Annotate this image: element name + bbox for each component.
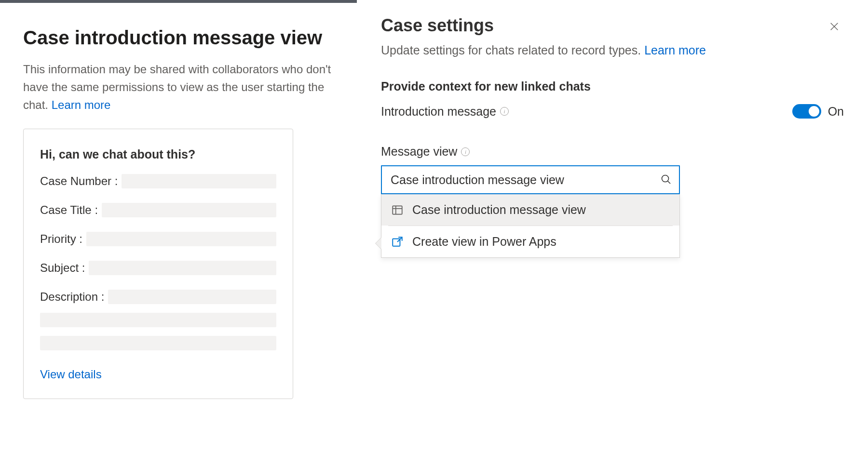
field-row-case-title: Case Title :	[40, 203, 276, 217]
info-icon[interactable]: i	[500, 107, 509, 116]
placeholder-bar	[86, 232, 276, 246]
message-view-dropdown: Case introduction message view Create vi…	[381, 194, 680, 258]
section-heading: Provide context for new linked chats	[381, 80, 844, 93]
dropdown-option-label: Case introduction message view	[412, 203, 586, 217]
settings-learn-more-link[interactable]: Learn more	[644, 43, 706, 57]
view-details-link[interactable]: View details	[40, 368, 102, 381]
preview-title: Case introduction message view	[23, 27, 334, 49]
settings-description-text: Update settings for chats related to rec…	[381, 43, 644, 57]
field-label: Subject :	[40, 261, 85, 275]
search-icon	[660, 173, 672, 187]
placeholder-bar	[122, 174, 276, 188]
field-label: Description :	[40, 290, 104, 304]
settings-title: Case settings	[381, 15, 844, 36]
message-view-label: Message view i	[381, 145, 844, 159]
callout-pointer	[376, 238, 381, 249]
introduction-message-label: Introduction message i	[381, 105, 509, 119]
learn-more-link[interactable]: Learn more	[52, 98, 111, 111]
settings-description: Update settings for chats related to rec…	[381, 43, 844, 57]
field-label: Case Number :	[40, 174, 118, 188]
preview-description: This information may be shared with coll…	[23, 60, 334, 114]
open-external-icon	[391, 236, 404, 248]
dropdown-option-case-intro-view[interactable]: Case introduction message view	[381, 194, 679, 226]
field-row-subject: Subject :	[40, 261, 276, 275]
placeholder-bar	[89, 261, 276, 275]
svg-line-3	[668, 181, 671, 184]
placeholder-bar	[40, 313, 276, 327]
close-button[interactable]	[825, 17, 844, 37]
field-label: Case Title :	[40, 203, 98, 217]
preview-card: Hi, can we chat about this? Case Number …	[23, 129, 293, 399]
introduction-toggle[interactable]	[792, 104, 821, 119]
svg-point-2	[662, 175, 669, 182]
view-details-row: View details	[40, 368, 276, 381]
message-view-search-button[interactable]	[659, 173, 673, 187]
placeholder-bar	[40, 336, 276, 350]
preview-panel: Case introduction message view This info…	[0, 0, 357, 453]
toggle-knob	[809, 106, 819, 117]
message-view-combobox: Case introduction message view Create vi…	[381, 165, 680, 194]
preview-card-heading: Hi, can we chat about this?	[40, 147, 276, 161]
field-row-priority: Priority :	[40, 232, 276, 246]
introduction-toggle-wrap: On	[792, 104, 844, 119]
dropdown-option-create-view[interactable]: Create view in Power Apps	[381, 226, 679, 257]
info-icon[interactable]: i	[461, 147, 470, 156]
svg-rect-4	[393, 206, 402, 214]
placeholder-bar	[108, 290, 276, 304]
placeholder-bar	[102, 203, 276, 217]
close-icon	[829, 21, 840, 33]
introduction-message-label-text: Introduction message	[381, 105, 496, 119]
introduction-message-row: Introduction message i On	[381, 104, 844, 119]
dropdown-option-label: Create view in Power Apps	[412, 235, 556, 249]
view-icon	[391, 204, 404, 216]
toggle-state-label: On	[828, 105, 844, 119]
field-row-case-number: Case Number :	[40, 174, 276, 188]
settings-panel: Case settings Update settings for chats …	[357, 0, 868, 453]
message-view-input[interactable]	[381, 165, 680, 194]
field-row-description: Description :	[40, 290, 276, 304]
message-view-label-text: Message view	[381, 145, 457, 159]
field-label: Priority :	[40, 232, 82, 246]
